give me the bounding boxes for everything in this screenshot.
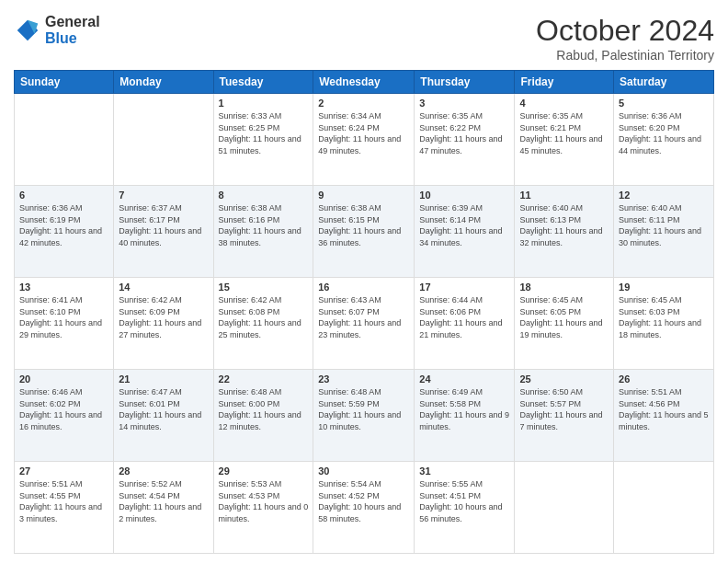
day-info: Sunrise: 6:41 AMSunset: 6:10 PMDaylight:…	[19, 294, 108, 340]
day-cell-w3-d1: 13 Sunrise: 6:41 AMSunset: 6:10 PMDaylig…	[15, 278, 114, 370]
day-cell-w2-d5: 10 Sunrise: 6:39 AMSunset: 6:14 PMDaylig…	[415, 186, 515, 278]
day-number: 24	[419, 373, 509, 385]
day-number: 8	[219, 190, 309, 201]
day-cell-w1-d5: 3 Sunrise: 6:35 AMSunset: 6:22 PMDayligh…	[415, 94, 515, 186]
day-cell-w1-d1	[15, 94, 114, 186]
day-info: Sunrise: 5:51 AMSunset: 4:55 PMDaylight:…	[19, 478, 108, 524]
day-number: 11	[519, 190, 609, 201]
day-cell-w3-d4: 16 Sunrise: 6:43 AMSunset: 6:07 PMDaylig…	[313, 278, 415, 370]
day-number: 6	[19, 190, 108, 201]
day-info: Sunrise: 6:47 AMSunset: 6:01 PMDaylight:…	[119, 386, 208, 432]
day-cell-w5-d2: 28 Sunrise: 5:52 AMSunset: 4:54 PMDaylig…	[114, 462, 213, 554]
day-cell-w2-d3: 8 Sunrise: 6:38 AMSunset: 6:16 PMDayligh…	[213, 186, 313, 278]
day-number: 10	[419, 190, 509, 201]
week-row-1: 1 Sunrise: 6:33 AMSunset: 6:25 PMDayligh…	[15, 94, 714, 186]
day-cell-w5-d3: 29 Sunrise: 5:53 AMSunset: 4:53 PMDaylig…	[213, 462, 313, 554]
day-number: 7	[119, 190, 208, 201]
day-number: 4	[519, 98, 609, 109]
day-number: 15	[219, 282, 309, 293]
header-saturday: Saturday	[614, 71, 714, 94]
day-info: Sunrise: 6:35 AMSunset: 6:22 PMDaylight:…	[419, 110, 509, 156]
day-info: Sunrise: 6:34 AMSunset: 6:24 PMDaylight:…	[318, 110, 409, 156]
day-cell-w1-d2	[114, 94, 213, 186]
day-info: Sunrise: 6:33 AMSunset: 6:25 PMDaylight:…	[219, 110, 309, 156]
header-monday: Monday	[114, 71, 213, 94]
day-info: Sunrise: 6:36 AMSunset: 6:19 PMDaylight:…	[19, 202, 108, 248]
day-number: 22	[219, 373, 309, 385]
day-info: Sunrise: 5:55 AMSunset: 4:51 PMDaylight:…	[419, 478, 509, 524]
day-cell-w5-d4: 30 Sunrise: 5:54 AMSunset: 4:52 PMDaylig…	[313, 462, 415, 554]
header: General Blue October 2024 Rabud, Palesti…	[14, 14, 714, 63]
day-number: 21	[119, 373, 208, 385]
day-cell-w3-d2: 14 Sunrise: 6:42 AMSunset: 6:09 PMDaylig…	[114, 278, 213, 370]
day-cell-w2-d4: 9 Sunrise: 6:38 AMSunset: 6:15 PMDayligh…	[313, 186, 415, 278]
day-cell-w4-d1: 20 Sunrise: 6:46 AMSunset: 6:02 PMDaylig…	[15, 370, 114, 462]
day-cell-w3-d6: 18 Sunrise: 6:45 AMSunset: 6:05 PMDaylig…	[515, 278, 614, 370]
day-number: 20	[19, 373, 108, 385]
day-info: Sunrise: 6:42 AMSunset: 6:09 PMDaylight:…	[119, 294, 208, 340]
day-info: Sunrise: 5:52 AMSunset: 4:54 PMDaylight:…	[119, 478, 208, 524]
header-friday: Friday	[515, 71, 614, 94]
day-number: 1	[219, 98, 309, 109]
week-row-5: 27 Sunrise: 5:51 AMSunset: 4:55 PMDaylig…	[15, 462, 714, 554]
day-cell-w3-d7: 19 Sunrise: 6:45 AMSunset: 6:03 PMDaylig…	[614, 278, 714, 370]
day-cell-w3-d3: 15 Sunrise: 6:42 AMSunset: 6:08 PMDaylig…	[213, 278, 313, 370]
day-number: 9	[318, 190, 409, 201]
day-number: 26	[619, 373, 709, 385]
day-info: Sunrise: 6:44 AMSunset: 6:06 PMDaylight:…	[419, 294, 509, 340]
day-info: Sunrise: 6:48 AMSunset: 5:59 PMDaylight:…	[318, 386, 409, 432]
day-info: Sunrise: 6:40 AMSunset: 6:13 PMDaylight:…	[519, 202, 609, 248]
header-row: Sunday Monday Tuesday Wednesday Thursday…	[15, 71, 714, 94]
day-info: Sunrise: 5:54 AMSunset: 4:52 PMDaylight:…	[318, 478, 409, 524]
location: Rabud, Palestinian Territory	[536, 48, 714, 63]
day-number: 17	[419, 282, 509, 293]
day-number: 28	[119, 465, 208, 477]
day-number: 18	[519, 282, 609, 293]
logo-general-text: General	[45, 14, 100, 30]
day-info: Sunrise: 6:42 AMSunset: 6:08 PMDaylight:…	[219, 294, 309, 340]
day-info: Sunrise: 6:50 AMSunset: 5:57 PMDaylight:…	[519, 386, 609, 432]
day-info: Sunrise: 6:43 AMSunset: 6:07 PMDaylight:…	[318, 294, 409, 340]
month-title: October 2024	[536, 14, 714, 48]
day-cell-w5-d7	[614, 462, 714, 554]
day-info: Sunrise: 6:35 AMSunset: 6:21 PMDaylight:…	[519, 110, 609, 156]
day-info: Sunrise: 6:40 AMSunset: 6:11 PMDaylight:…	[619, 202, 709, 248]
day-cell-w5-d1: 27 Sunrise: 5:51 AMSunset: 4:55 PMDaylig…	[15, 462, 114, 554]
header-wednesday: Wednesday	[313, 71, 415, 94]
day-cell-w4-d3: 22 Sunrise: 6:48 AMSunset: 6:00 PMDaylig…	[213, 370, 313, 462]
day-number: 25	[519, 373, 609, 385]
day-number: 30	[318, 465, 409, 477]
logo-blue-text: Blue	[45, 30, 100, 47]
day-number: 29	[219, 465, 309, 477]
week-row-3: 13 Sunrise: 6:41 AMSunset: 6:10 PMDaylig…	[15, 278, 714, 370]
day-number: 31	[419, 465, 509, 477]
day-cell-w1-d4: 2 Sunrise: 6:34 AMSunset: 6:24 PMDayligh…	[313, 94, 415, 186]
day-info: Sunrise: 6:49 AMSunset: 5:58 PMDaylight:…	[419, 386, 509, 432]
day-cell-w3-d5: 17 Sunrise: 6:44 AMSunset: 6:06 PMDaylig…	[415, 278, 515, 370]
day-number: 12	[619, 190, 709, 201]
day-info: Sunrise: 5:51 AMSunset: 4:56 PMDaylight:…	[619, 386, 709, 432]
day-info: Sunrise: 6:38 AMSunset: 6:15 PMDaylight:…	[318, 202, 409, 248]
header-sunday: Sunday	[15, 71, 114, 94]
day-cell-w2-d1: 6 Sunrise: 6:36 AMSunset: 6:19 PMDayligh…	[15, 186, 114, 278]
logo-icon	[14, 17, 41, 44]
day-cell-w2-d7: 12 Sunrise: 6:40 AMSunset: 6:11 PMDaylig…	[614, 186, 714, 278]
day-cell-w4-d4: 23 Sunrise: 6:48 AMSunset: 5:59 PMDaylig…	[313, 370, 415, 462]
day-number: 19	[619, 282, 709, 293]
day-info: Sunrise: 5:53 AMSunset: 4:53 PMDaylight:…	[219, 478, 309, 524]
day-info: Sunrise: 6:45 AMSunset: 6:03 PMDaylight:…	[619, 294, 709, 340]
day-cell-w4-d2: 21 Sunrise: 6:47 AMSunset: 6:01 PMDaylig…	[114, 370, 213, 462]
day-info: Sunrise: 6:46 AMSunset: 6:02 PMDaylight:…	[19, 386, 108, 432]
day-cell-w1-d6: 4 Sunrise: 6:35 AMSunset: 6:21 PMDayligh…	[515, 94, 614, 186]
day-cell-w4-d6: 25 Sunrise: 6:50 AMSunset: 5:57 PMDaylig…	[515, 370, 614, 462]
header-thursday: Thursday	[415, 71, 515, 94]
day-number: 2	[318, 98, 409, 109]
day-cell-w4-d7: 26 Sunrise: 5:51 AMSunset: 4:56 PMDaylig…	[614, 370, 714, 462]
week-row-2: 6 Sunrise: 6:36 AMSunset: 6:19 PMDayligh…	[15, 186, 714, 278]
day-info: Sunrise: 6:38 AMSunset: 6:16 PMDaylight:…	[219, 202, 309, 248]
day-number: 14	[119, 282, 208, 293]
day-number: 3	[419, 98, 509, 109]
day-info: Sunrise: 6:37 AMSunset: 6:17 PMDaylight:…	[119, 202, 208, 248]
header-tuesday: Tuesday	[213, 71, 313, 94]
day-info: Sunrise: 6:36 AMSunset: 6:20 PMDaylight:…	[619, 110, 709, 156]
